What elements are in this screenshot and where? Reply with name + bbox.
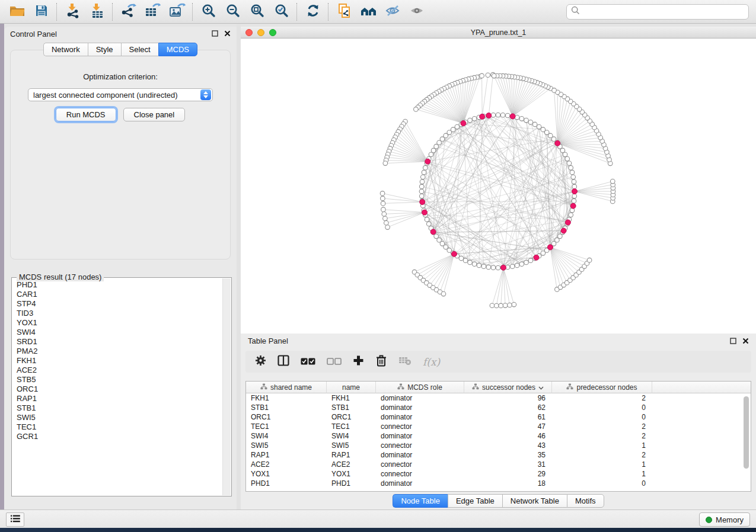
- network-node[interactable]: [437, 238, 442, 242]
- network-node[interactable]: [486, 73, 490, 78]
- mcds-result-item[interactable]: PHD1: [12, 280, 222, 290]
- mcds-dominator-node[interactable]: [547, 245, 553, 250]
- hide-selected-button[interactable]: [381, 2, 405, 22]
- table-row[interactable]: YOX1YOX1connector291: [246, 469, 751, 479]
- network-node[interactable]: [544, 130, 549, 135]
- table-row[interactable]: PHD1PHD1dominator180: [246, 479, 751, 488]
- mcds-dominator-node[interactable]: [420, 199, 425, 204]
- network-node[interactable]: [492, 73, 496, 78]
- save-session-button[interactable]: [29, 2, 53, 22]
- open-session-button[interactable]: [5, 2, 29, 22]
- network-node[interactable]: [447, 248, 452, 253]
- zoom-in-button[interactable]: [196, 2, 221, 22]
- network-node[interactable]: [468, 260, 473, 265]
- network-node[interactable]: [496, 113, 500, 117]
- network-node[interactable]: [508, 303, 512, 307]
- tab-select[interactable]: Select: [121, 43, 158, 56]
- column-layout-button[interactable]: [277, 355, 289, 368]
- first-neighbors-button[interactable]: [356, 2, 381, 22]
- mcds-dominator-node[interactable]: [422, 210, 427, 215]
- network-node[interactable]: [472, 262, 477, 267]
- mcds-dominator-node[interactable]: [561, 228, 566, 233]
- memory-button[interactable]: Memory: [699, 512, 750, 527]
- network-node[interactable]: [444, 245, 448, 249]
- network-node[interactable]: [491, 113, 496, 117]
- table-row[interactable]: SWI5SWI5connector431: [246, 441, 751, 450]
- network-node[interactable]: [423, 165, 428, 170]
- tab-network-table[interactable]: Network Table: [502, 494, 567, 508]
- network-node[interactable]: [541, 251, 546, 256]
- network-node[interactable]: [382, 211, 387, 216]
- network-node[interactable]: [472, 117, 477, 121]
- table-row[interactable]: ACE2ACE2connector311: [246, 460, 751, 469]
- float-panel-icon[interactable]: [212, 28, 218, 39]
- network-node[interactable]: [541, 127, 546, 132]
- mcds-dominator-node[interactable]: [570, 203, 576, 209]
- mcds-dominator-node[interactable]: [461, 121, 466, 126]
- export-table-button[interactable]: [141, 2, 165, 22]
- network-node[interactable]: [572, 180, 576, 184]
- vertical-splitter[interactable]: [237, 24, 241, 509]
- mcds-result-item[interactable]: TEC1: [12, 422, 222, 432]
- network-node[interactable]: [528, 120, 533, 124]
- mcds-dominator-node[interactable]: [486, 113, 492, 118]
- network-node[interactable]: [610, 179, 615, 184]
- optimization-criterion-select[interactable]: largest connected component (undirected): [28, 88, 213, 101]
- mcds-dominator-node[interactable]: [452, 251, 457, 257]
- mcds-result-item[interactable]: STB5: [12, 375, 222, 384]
- table-row[interactable]: STB1STB1dominator620: [246, 403, 751, 412]
- network-node[interactable]: [434, 144, 439, 149]
- close-panel-button[interactable]: Close panel: [123, 108, 186, 121]
- mcds-dominator-node[interactable]: [480, 114, 485, 119]
- add-column-button[interactable]: [353, 355, 364, 368]
- network-node[interactable]: [420, 175, 425, 180]
- network-node[interactable]: [570, 170, 575, 175]
- network-node[interactable]: [512, 302, 516, 307]
- column-header-name[interactable]: name: [327, 382, 376, 393]
- close-panel-icon[interactable]: [224, 28, 231, 39]
- duplicate-network-button[interactable]: [332, 2, 356, 22]
- network-node[interactable]: [419, 184, 424, 189]
- table-scrollbar-thumb[interactable]: [744, 396, 749, 469]
- mcds-result-item[interactable]: ACE2: [12, 366, 222, 375]
- network-node[interactable]: [440, 137, 445, 142]
- tab-mcds[interactable]: MCDS: [158, 43, 197, 56]
- select-all-button[interactable]: [301, 357, 315, 367]
- function-builder-button[interactable]: f(x): [423, 356, 440, 368]
- network-node[interactable]: [548, 133, 553, 138]
- network-node[interactable]: [499, 303, 503, 308]
- network-node[interactable]: [381, 196, 385, 201]
- mcds-result-item[interactable]: FKH1: [12, 356, 222, 366]
- search-input[interactable]: [580, 7, 744, 17]
- network-node[interactable]: [510, 264, 515, 269]
- network-node[interactable]: [519, 117, 524, 121]
- column-header-predecessor_nodes[interactable]: predecessor nodes: [552, 382, 652, 393]
- network-node[interactable]: [437, 140, 442, 145]
- mcds-dominator-node[interactable]: [430, 229, 436, 235]
- status-menu-button[interactable]: [6, 512, 24, 527]
- network-canvas[interactable]: [241, 39, 756, 334]
- network-node[interactable]: [477, 263, 481, 268]
- mcds-result-item[interactable]: RAP1: [12, 394, 222, 403]
- table-row[interactable]: SWI4SWI4dominator462: [246, 431, 751, 441]
- network-node[interactable]: [587, 258, 592, 262]
- network-node[interactable]: [569, 165, 573, 170]
- show-all-button[interactable]: [405, 2, 429, 22]
- mcds-dominator-node[interactable]: [555, 140, 560, 146]
- network-titlebar[interactable]: YPA_prune.txt_1: [241, 27, 756, 39]
- network-node[interactable]: [481, 264, 486, 269]
- network-node[interactable]: [524, 118, 529, 123]
- network-node[interactable]: [380, 191, 385, 196]
- network-node[interactable]: [451, 127, 455, 132]
- mcds-dominator-node[interactable]: [534, 255, 539, 260]
- network-node[interactable]: [431, 148, 436, 153]
- network-node[interactable]: [468, 118, 473, 123]
- zoom-selected-button[interactable]: [269, 2, 294, 22]
- mcds-dominator-node[interactable]: [500, 265, 506, 270]
- mcds-result-item[interactable]: CAR1: [12, 290, 222, 299]
- tab-motifs[interactable]: Motifs: [567, 494, 604, 508]
- float-panel-icon[interactable]: [730, 336, 736, 347]
- column-header-shared_name[interactable]: shared name: [246, 382, 327, 393]
- settings-button[interactable]: [255, 355, 266, 368]
- result-list-scrollbar[interactable]: [222, 278, 231, 495]
